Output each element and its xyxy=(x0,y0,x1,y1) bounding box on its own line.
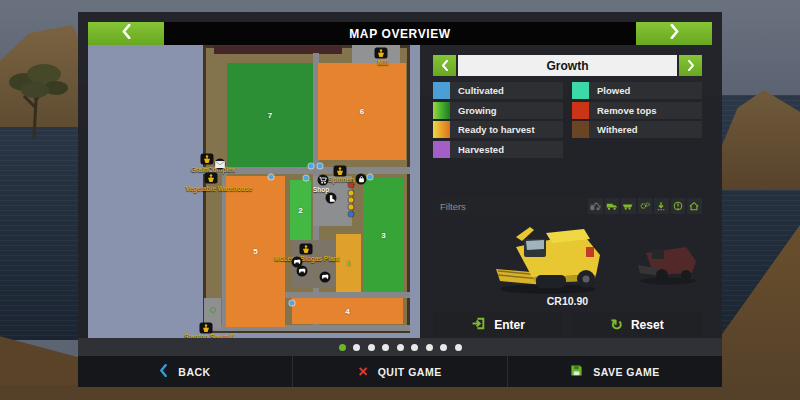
map-field-4[interactable]: 4 xyxy=(292,298,403,324)
poi-animal-icon[interactable] xyxy=(297,266,308,277)
tree-silhouette xyxy=(2,50,74,144)
poi-bag-icon[interactable] xyxy=(356,174,367,185)
sellpoint-marker-vegetable-warehouse[interactable] xyxy=(205,173,218,184)
page-dot-3 xyxy=(368,344,375,351)
vehicle-status-dot xyxy=(349,198,354,203)
poi-boot-icon[interactable] xyxy=(326,193,337,204)
reset-button[interactable]: ↻ Reset xyxy=(572,312,702,337)
page-prev-button[interactable] xyxy=(88,22,164,45)
sellpoint-marker-spinnery[interactable] xyxy=(334,166,347,177)
poi-cart-icon[interactable] xyxy=(318,175,329,186)
map-junction-dot xyxy=(318,164,323,169)
save-game-button[interactable]: SAVE GAME xyxy=(507,356,722,387)
world-map[interactable]: 7652314MillGrainComplexVegetable Warehou… xyxy=(88,45,420,345)
page-next-button[interactable] xyxy=(636,22,712,45)
legend-label: Remove tops xyxy=(589,102,702,119)
overlay-mode-title: Growth xyxy=(547,59,589,73)
next-vehicle-image[interactable] xyxy=(634,235,704,291)
sellpoint-marker-stanton-sawmill[interactable] xyxy=(200,323,213,334)
filters-label: Filters xyxy=(433,197,585,215)
field-number: 3 xyxy=(381,231,385,240)
screen: MAP OVERVIEW 7652314MillGrainComplexVege… xyxy=(0,0,800,400)
sellpoint-marker-mill[interactable] xyxy=(375,48,388,59)
legend-color-swatch xyxy=(572,121,589,138)
quit-x-icon: × xyxy=(358,364,367,380)
filter-download-icon[interactable] xyxy=(654,198,669,214)
enter-icon xyxy=(471,316,486,334)
chevron-left-icon xyxy=(121,24,132,43)
map-ring-marker xyxy=(210,307,216,313)
legend-item-harvested[interactable]: Harvested xyxy=(433,141,563,158)
page-indicator xyxy=(78,338,722,356)
poi-animal-icon[interactable] xyxy=(320,272,331,283)
chevron-right-icon xyxy=(687,57,695,75)
growth-prev-button[interactable] xyxy=(433,55,456,76)
selected-vehicle-image[interactable] xyxy=(486,217,618,301)
map-field-7[interactable]: 7 xyxy=(227,63,313,167)
field-number: 7 xyxy=(268,111,272,120)
poi-envelope-icon[interactable] xyxy=(215,159,226,170)
page-dot-9 xyxy=(455,344,462,351)
save-button-label: SAVE GAME xyxy=(593,366,660,378)
map-overview-panel: MAP OVERVIEW 7652314MillGrainComplexVege… xyxy=(78,12,722,387)
bottom-action-bar: BACK × QUIT GAME SAVE GAME xyxy=(78,356,722,387)
legend-color-swatch xyxy=(572,102,589,119)
quit-game-button[interactable]: × QUIT GAME xyxy=(292,356,507,387)
page-dot-5 xyxy=(397,344,404,351)
filter-trailer-icon[interactable] xyxy=(621,198,636,214)
filter-icon-row xyxy=(588,198,702,214)
map-field-1[interactable]: 1 xyxy=(336,234,361,292)
vehicle-status-dot xyxy=(349,183,354,188)
save-floppy-icon xyxy=(570,363,583,381)
legend-item-cultivated[interactable]: Cultivated xyxy=(433,82,563,99)
growth-legend-left: CultivatedGrowingReady to harvestHarvest… xyxy=(433,82,563,158)
field-number: 4 xyxy=(345,307,349,316)
header-bar: MAP OVERVIEW xyxy=(164,22,636,45)
filter-warning-icon[interactable] xyxy=(671,198,686,214)
map-junction-dot xyxy=(290,301,295,306)
legend-label: Growing xyxy=(450,102,563,119)
legend-item-plowed[interactable]: Plowed xyxy=(572,82,702,99)
legend-color-swatch xyxy=(433,102,450,119)
filter-truck-icon[interactable] xyxy=(605,198,620,214)
field-number: 6 xyxy=(360,107,364,116)
map-field-3[interactable]: 3 xyxy=(363,178,404,292)
chevron-left-icon xyxy=(441,57,449,75)
sellpoint-label: McLean Biogas Plant xyxy=(274,255,339,262)
reset-button-label: Reset xyxy=(631,318,664,332)
filter-tractor-icon[interactable] xyxy=(588,198,603,214)
back-button[interactable]: BACK xyxy=(78,356,292,387)
map-ground-area xyxy=(214,46,342,54)
reset-icon: ↻ xyxy=(610,317,623,332)
growth-legend-right: PlowedRemove topsWithered xyxy=(572,82,702,138)
sellpoint-marker-mclean-biogas-plant[interactable] xyxy=(300,244,313,255)
page-dot-6 xyxy=(411,344,418,351)
sellpoint-marker-graincomplex[interactable] xyxy=(201,154,214,165)
vehicle-name: CR10.90 xyxy=(433,295,702,307)
filter-gears-icon[interactable] xyxy=(638,198,653,214)
filter-house-icon[interactable] xyxy=(687,198,702,214)
enter-button[interactable]: Enter xyxy=(433,312,563,337)
legend-color-swatch xyxy=(433,141,450,158)
field-number: 5 xyxy=(253,247,257,256)
legend-item-withered[interactable]: Withered xyxy=(572,121,702,138)
map-junction-dot xyxy=(269,175,274,180)
vehicle-status-dot xyxy=(349,212,354,217)
map-field-6[interactable]: 6 xyxy=(318,63,406,160)
legend-item-ready-to-harvest[interactable]: Ready to harvest xyxy=(433,121,563,138)
growth-next-button[interactable] xyxy=(679,55,702,76)
page-dot-7 xyxy=(426,344,433,351)
map-field-5[interactable]: 5 xyxy=(226,176,285,327)
legend-label: Cultivated xyxy=(450,82,563,99)
legend-item-remove-tops[interactable]: Remove tops xyxy=(572,102,702,119)
legend-color-swatch xyxy=(433,121,450,138)
chevron-right-icon xyxy=(669,24,680,43)
map-field-2[interactable]: 2 xyxy=(290,180,311,240)
page-dot-8 xyxy=(440,344,447,351)
vehicle-status-dot xyxy=(349,205,354,210)
page-dot-1 xyxy=(339,344,346,351)
page-dot-4 xyxy=(382,344,389,351)
foreground-dirt xyxy=(0,385,800,400)
legend-item-growing[interactable]: Growing xyxy=(433,102,563,119)
poi-label: Shop xyxy=(313,186,329,193)
